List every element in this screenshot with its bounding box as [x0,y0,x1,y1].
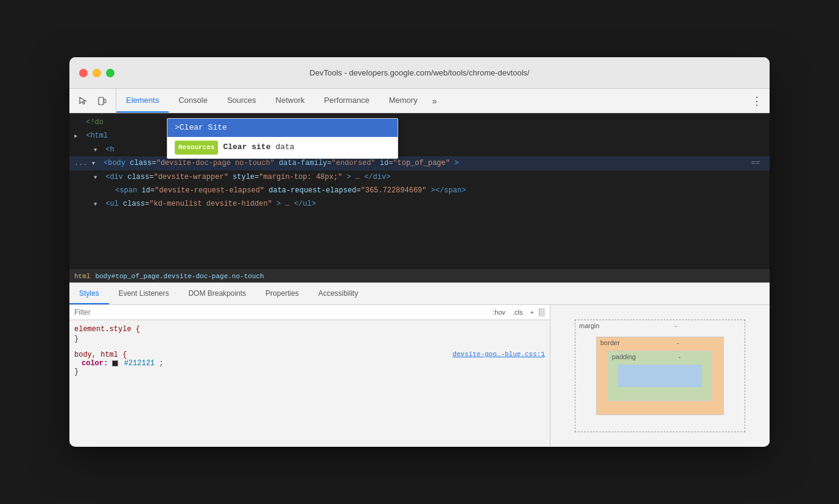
margin-value: - [675,322,677,329]
autocomplete-badge: Resources [175,141,218,155]
device-toolbar-button[interactable] [94,93,111,110]
more-tabs-button[interactable]: » [427,89,442,113]
breadcrumb-html[interactable]: html [74,273,90,280]
bottom-tabs: Styles Event Listeners DOM Breakpoints P… [69,283,770,305]
padding-label: padding [612,353,636,360]
maximize-button[interactable] [106,69,114,77]
filter-bar: :hov .cls + [69,305,550,320]
tab-properties[interactable]: Properties [256,283,309,304]
main-tabs: Elements Console Sources Network Perform… [116,89,744,113]
box-model-panel: margin - border - padding - [550,305,770,447]
devtools-main-area: >Clear Site Resources Clear site data <!… [69,113,770,447]
padding-value: - [678,353,681,360]
bottom-panel: Styles Event Listeners DOM Breakpoints P… [69,282,770,447]
triangle-icon[interactable] [94,173,101,183]
traffic-lights [79,69,114,77]
devtools-menu-button[interactable]: ⋮ [744,89,770,113]
hov-button[interactable]: :hov [490,307,508,317]
triangle-icon[interactable] [74,132,82,141]
close-button[interactable] [79,69,88,77]
devtools-toolbar: Elements Console Sources Network Perform… [69,89,770,113]
autocomplete-selected-item[interactable]: >Clear Site [167,119,398,137]
css-rule-header: body, html { devsite-goo…-blue.css:1 [74,351,545,359]
css-property-name: color: #212121 ; [82,359,163,368]
breadcrumb-body[interactable]: body#top_of_page.devsite-doc-page.no-tou… [95,273,264,280]
color-swatch[interactable] [112,360,118,366]
bottom-content: :hov .cls + element.style { } [69,305,770,447]
breadcrumb-bar: html body#top_of_page.devsite-doc-page.n… [69,270,770,282]
css-property-value: #212121 [124,359,155,368]
autocomplete-description: data [275,141,294,154]
autocomplete-label: Clear site [223,141,270,154]
content-box [618,365,702,387]
css-close-brace: } [74,335,545,343]
html-line: <ul class="kd-menulist devsite-hidden" >… [69,197,770,211]
add-style-button[interactable]: + [528,307,536,317]
html-line: <div class="devsite-wrapper" style="marg… [69,170,770,184]
tab-event-listeners[interactable]: Event Listeners [109,283,179,304]
title-bar: DevTools - developers.google.com/web/too… [69,57,770,89]
autocomplete-popup: >Clear Site Resources Clear site data [167,118,398,159]
border-value: - [677,339,679,346]
tab-performance[interactable]: Performance [314,89,379,113]
margin-label: margin [579,322,600,329]
minimize-button[interactable] [93,69,101,77]
devtools-window: DevTools - developers.google.com/web/too… [69,57,770,447]
css-close-brace: } [74,368,545,376]
styles-content: element.style { } body, html { devsite-g… [69,320,550,447]
tab-memory[interactable]: Memory [379,89,427,113]
elements-panel: >Clear Site Resources Clear site data <!… [69,113,770,270]
border-label: border [600,339,620,346]
css-rule-element-style: element.style { } [74,325,545,343]
styles-filter-input[interactable] [74,308,490,317]
css-property-line: color: #212121 ; [74,359,545,368]
svg-rect-0 [99,97,104,105]
triangle-icon[interactable] [94,200,101,209]
padding-box: padding - [608,351,712,401]
styles-panel: :hov .cls + element.style { } [69,305,550,447]
css-rule-body-html: body, html { devsite-goo…-blue.css:1 col… [74,351,545,376]
select-element-button[interactable] [74,93,91,110]
tab-network[interactable]: Network [266,89,315,113]
triangle-icon[interactable] [94,146,101,155]
tab-styles[interactable]: Styles [69,283,109,304]
window-title: DevTools - developers.google.com/web/too… [309,68,529,77]
autocomplete-suggestion[interactable]: Resources Clear site data [167,137,398,158]
toolbar-icons-group [69,89,116,113]
svg-rect-1 [104,99,106,103]
filter-resize-handle [539,308,545,317]
css-selector: element.style { [74,325,545,334]
tab-elements[interactable]: Elements [116,89,169,113]
html-line: <span id="devsite-request-elapsed" data-… [69,184,770,197]
css-selector: body, html { [74,351,127,359]
tab-sources[interactable]: Sources [217,89,266,113]
triangle-icon[interactable] [92,159,99,169]
tab-console[interactable]: Console [169,89,217,113]
cls-button[interactable]: .cls [510,307,525,317]
filter-buttons: :hov .cls + [490,307,545,317]
tab-dom-breakpoints[interactable]: DOM Breakpoints [178,283,256,304]
border-box: border - padding - [596,337,724,415]
css-source-link[interactable]: devsite-goo…-blue.css:1 [452,351,545,358]
box-model-diagram: margin - border - padding - [575,320,745,432]
tab-accessibility[interactable]: Accessibility [309,283,368,304]
